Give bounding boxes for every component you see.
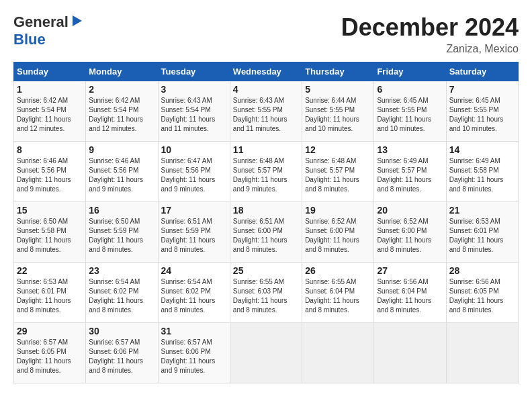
day-number: 9 — [89, 144, 154, 155]
calendar-cell: 28 Sunrise: 6:56 AMSunset: 6:05 PMDaylig… — [446, 263, 518, 323]
calendar-cell: 7 Sunrise: 6:45 AMSunset: 5:55 PMDayligh… — [446, 81, 518, 142]
day-info: Sunrise: 6:54 AMSunset: 6:02 PMDaylight:… — [161, 278, 216, 314]
col-saturday: Saturday — [446, 62, 518, 81]
day-info: Sunrise: 6:57 AMSunset: 6:06 PMDaylight:… — [89, 338, 143, 374]
calendar-cell: 1 Sunrise: 6:42 AMSunset: 5:54 PMDayligh… — [14, 81, 86, 142]
day-info: Sunrise: 6:56 AMSunset: 6:05 PMDaylight:… — [449, 278, 504, 314]
calendar-cell: 9 Sunrise: 6:46 AMSunset: 5:56 PMDayligh… — [86, 142, 158, 202]
day-number: 4 — [233, 84, 299, 95]
day-number: 23 — [89, 265, 154, 276]
week-row-1: 1 Sunrise: 6:42 AMSunset: 5:54 PMDayligh… — [14, 81, 519, 142]
calendar-cell: 31 Sunrise: 6:57 AMSunset: 6:06 PMDaylig… — [158, 323, 230, 383]
calendar-cell — [302, 323, 374, 383]
day-info: Sunrise: 6:42 AMSunset: 5:54 PMDaylight:… — [89, 97, 143, 132]
week-row-4: 22 Sunrise: 6:53 AMSunset: 6:01 PMDaylig… — [14, 263, 519, 323]
day-info: Sunrise: 6:48 AMSunset: 5:57 PMDaylight:… — [305, 157, 359, 193]
day-info: Sunrise: 6:48 AMSunset: 5:57 PMDaylight:… — [233, 157, 287, 193]
calendar-cell: 14 Sunrise: 6:49 AMSunset: 5:58 PMDaylig… — [446, 142, 518, 202]
day-info: Sunrise: 6:43 AMSunset: 5:55 PMDaylight:… — [233, 97, 287, 132]
day-number: 21 — [449, 205, 515, 216]
day-info: Sunrise: 6:46 AMSunset: 5:56 PMDaylight:… — [89, 157, 143, 193]
calendar-cell: 30 Sunrise: 6:57 AMSunset: 6:06 PMDaylig… — [86, 323, 158, 383]
day-number: 16 — [89, 205, 154, 216]
day-number: 15 — [17, 205, 83, 216]
day-info: Sunrise: 6:42 AMSunset: 5:54 PMDaylight:… — [17, 97, 71, 132]
day-number: 2 — [89, 84, 154, 95]
day-info: Sunrise: 6:53 AMSunset: 6:01 PMDaylight:… — [449, 218, 504, 253]
week-row-3: 15 Sunrise: 6:50 AMSunset: 5:58 PMDaylig… — [14, 202, 519, 263]
calendar-cell: 8 Sunrise: 6:46 AMSunset: 5:56 PMDayligh… — [14, 142, 86, 202]
calendar-cell — [230, 323, 302, 383]
day-info: Sunrise: 6:52 AMSunset: 6:00 PMDaylight:… — [377, 218, 431, 253]
day-number: 8 — [17, 144, 83, 155]
col-friday: Friday — [374, 62, 446, 81]
day-number: 28 — [449, 265, 515, 276]
calendar-cell: 10 Sunrise: 6:47 AMSunset: 5:56 PMDaylig… — [158, 142, 230, 202]
logo-text-blue: Blue — [13, 31, 46, 48]
day-number: 22 — [17, 265, 83, 276]
day-number: 7 — [449, 84, 515, 95]
day-number: 13 — [377, 144, 443, 155]
day-number: 11 — [233, 144, 299, 155]
calendar-cell: 29 Sunrise: 6:57 AMSunset: 6:05 PMDaylig… — [14, 323, 86, 383]
day-info: Sunrise: 6:47 AMSunset: 5:56 PMDaylight:… — [161, 157, 216, 193]
calendar-cell: 6 Sunrise: 6:45 AMSunset: 5:55 PMDayligh… — [374, 81, 446, 142]
page-header: General Blue December 2024 Zaniza, Mexic… — [13, 13, 519, 55]
calendar-header-row: Sunday Monday Tuesday Wednesday Thursday… — [14, 62, 519, 81]
calendar-cell: 22 Sunrise: 6:53 AMSunset: 6:01 PMDaylig… — [14, 263, 86, 323]
day-info: Sunrise: 6:49 AMSunset: 5:58 PMDaylight:… — [449, 157, 504, 193]
day-info: Sunrise: 6:52 AMSunset: 6:00 PMDaylight:… — [305, 218, 359, 253]
day-number: 1 — [17, 84, 83, 95]
day-info: Sunrise: 6:55 AMSunset: 6:03 PMDaylight:… — [233, 278, 287, 314]
col-thursday: Thursday — [302, 62, 374, 81]
day-number: 29 — [17, 326, 83, 336]
day-number: 14 — [449, 144, 515, 155]
day-number: 17 — [161, 205, 227, 216]
calendar-cell: 13 Sunrise: 6:49 AMSunset: 5:57 PMDaylig… — [374, 142, 446, 202]
week-row-5: 29 Sunrise: 6:57 AMSunset: 6:05 PMDaylig… — [14, 323, 519, 383]
day-info: Sunrise: 6:45 AMSunset: 5:55 PMDaylight:… — [449, 97, 504, 132]
day-info: Sunrise: 6:50 AMSunset: 5:58 PMDaylight:… — [17, 218, 71, 253]
calendar-cell: 25 Sunrise: 6:55 AMSunset: 6:03 PMDaylig… — [230, 263, 302, 323]
calendar-cell: 21 Sunrise: 6:53 AMSunset: 6:01 PMDaylig… — [446, 202, 518, 263]
col-monday: Monday — [86, 62, 158, 81]
day-info: Sunrise: 6:43 AMSunset: 5:54 PMDaylight:… — [161, 97, 216, 132]
day-number: 25 — [233, 265, 299, 276]
day-info: Sunrise: 6:51 AMSunset: 6:00 PMDaylight:… — [233, 218, 287, 253]
calendar-cell: 4 Sunrise: 6:43 AMSunset: 5:55 PMDayligh… — [230, 81, 302, 142]
calendar-cell: 5 Sunrise: 6:44 AMSunset: 5:55 PMDayligh… — [302, 81, 374, 142]
day-info: Sunrise: 6:51 AMSunset: 5:59 PMDaylight:… — [161, 218, 216, 253]
logo: General Blue — [13, 13, 83, 48]
calendar-cell: 19 Sunrise: 6:52 AMSunset: 6:00 PMDaylig… — [302, 202, 374, 263]
calendar-cell: 17 Sunrise: 6:51 AMSunset: 5:59 PMDaylig… — [158, 202, 230, 263]
calendar-cell: 26 Sunrise: 6:55 AMSunset: 6:04 PMDaylig… — [302, 263, 374, 323]
day-info: Sunrise: 6:55 AMSunset: 6:04 PMDaylight:… — [305, 278, 359, 314]
day-number: 19 — [305, 205, 371, 216]
week-row-2: 8 Sunrise: 6:46 AMSunset: 5:56 PMDayligh… — [14, 142, 519, 202]
day-info: Sunrise: 6:53 AMSunset: 6:01 PMDaylight:… — [17, 278, 71, 314]
calendar-cell — [374, 323, 446, 383]
logo-icon — [70, 14, 83, 28]
calendar-cell — [446, 323, 518, 383]
day-number: 12 — [305, 144, 371, 155]
calendar-cell: 23 Sunrise: 6:54 AMSunset: 6:02 PMDaylig… — [86, 263, 158, 323]
day-info: Sunrise: 6:57 AMSunset: 6:06 PMDaylight:… — [161, 338, 216, 374]
main-title: December 2024 — [341, 13, 519, 42]
day-info: Sunrise: 6:54 AMSunset: 6:02 PMDaylight:… — [89, 278, 143, 314]
day-info: Sunrise: 6:56 AMSunset: 6:04 PMDaylight:… — [377, 278, 431, 314]
calendar-cell: 15 Sunrise: 6:50 AMSunset: 5:58 PMDaylig… — [14, 202, 86, 263]
day-info: Sunrise: 6:50 AMSunset: 5:59 PMDaylight:… — [89, 218, 143, 253]
calendar-table: Sunday Monday Tuesday Wednesday Thursday… — [13, 62, 519, 383]
day-number: 10 — [161, 144, 227, 155]
calendar-cell: 27 Sunrise: 6:56 AMSunset: 6:04 PMDaylig… — [374, 263, 446, 323]
title-block: December 2024 Zaniza, Mexico — [341, 13, 519, 55]
calendar-cell: 24 Sunrise: 6:54 AMSunset: 6:02 PMDaylig… — [158, 263, 230, 323]
day-info: Sunrise: 6:49 AMSunset: 5:57 PMDaylight:… — [377, 157, 431, 193]
calendar-cell: 20 Sunrise: 6:52 AMSunset: 6:00 PMDaylig… — [374, 202, 446, 263]
day-number: 3 — [161, 84, 227, 95]
day-number: 20 — [377, 205, 443, 216]
day-info: Sunrise: 6:46 AMSunset: 5:56 PMDaylight:… — [17, 157, 71, 193]
col-tuesday: Tuesday — [158, 62, 230, 81]
day-number: 31 — [161, 326, 227, 336]
calendar-cell: 3 Sunrise: 6:43 AMSunset: 5:54 PMDayligh… — [158, 81, 230, 142]
